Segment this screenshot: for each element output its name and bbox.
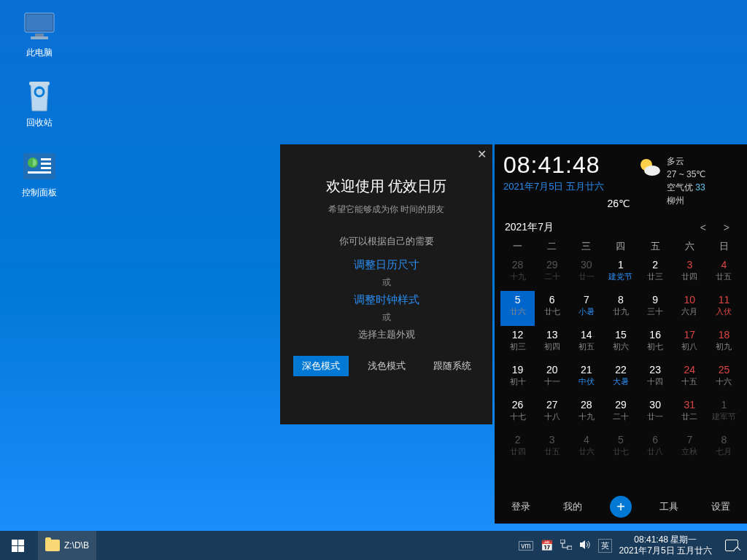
calendar-day[interactable]: 7立秋 xyxy=(673,431,707,466)
calendar-day[interactable]: 24十五 xyxy=(673,361,707,396)
weather-block[interactable]: 多云 27 ~ 35℃ 空气优 33 柳州 xyxy=(636,152,738,209)
or-text: 或 xyxy=(289,311,484,324)
calendar-day[interactable]: 7小暑 xyxy=(569,291,603,326)
network-icon[interactable] xyxy=(560,540,572,552)
volume-icon[interactable] xyxy=(579,540,591,552)
tray-clock[interactable]: 08:41:48 星期一 2021年7月5日 五月廿六 xyxy=(619,534,712,556)
calendar-day[interactable]: 28十九 xyxy=(500,256,535,291)
weekday: 六 xyxy=(673,240,707,253)
adjust-size-link[interactable]: 调整日历尺寸 xyxy=(289,258,484,272)
vm-icon[interactable]: vm xyxy=(519,541,533,551)
close-icon[interactable]: ✕ xyxy=(477,147,487,161)
weekday: 三 xyxy=(569,240,603,253)
calendar-day[interactable]: 5廿六 xyxy=(500,291,535,326)
weekday-header: 一二三四五六日 xyxy=(495,237,747,256)
calendar-day[interactable]: 30廿一 xyxy=(638,396,673,431)
adjust-clock-link[interactable]: 调整时钟样式 xyxy=(289,293,484,307)
calendar-day[interactable]: 25十六 xyxy=(707,361,741,396)
next-month-button[interactable]: > xyxy=(724,222,729,233)
calendar-day[interactable]: 21中伏 xyxy=(569,361,603,396)
svg-rect-14 xyxy=(568,546,572,550)
tab-tools[interactable]: 工具 xyxy=(654,496,684,518)
calendar-day[interactable]: 18初九 xyxy=(707,326,741,361)
control-panel-icon xyxy=(22,149,57,184)
calendar-day[interactable]: 10六月 xyxy=(673,291,707,326)
calendar-grid: 28十九29二十30廿一1建党节2廿三3廿四4廿五5廿六6廿七7小暑8廿九9三十… xyxy=(495,256,747,466)
calendar-panel: 08:41:48 2021年7月5日 五月廿六 26℃ 多云 27 ~ 35℃ … xyxy=(495,144,747,524)
desktop-icon-recycle-bin[interactable]: 回收站 xyxy=(12,79,67,129)
calendar-day[interactable]: 1建军节 xyxy=(707,396,741,431)
weather-condition: 多云 xyxy=(667,155,705,168)
weekday: 日 xyxy=(707,240,741,253)
calendar-day[interactable]: 30廿一 xyxy=(569,256,603,291)
calendar-day[interactable]: 16初七 xyxy=(638,326,673,361)
ime-indicator[interactable]: 英 xyxy=(598,539,612,553)
theme-buttons: 深色模式 浅色模式 跟随系统 xyxy=(289,356,484,376)
calendar-day[interactable]: 3廿四 xyxy=(673,256,707,291)
tab-mine[interactable]: 我的 xyxy=(557,496,588,518)
desktop-icon-label: 控制面板 xyxy=(22,187,57,198)
calendar-day[interactable]: 29二十 xyxy=(535,256,569,291)
explorer-path: Z:\D\B xyxy=(64,540,89,551)
calendar-day[interactable]: 4廿六 xyxy=(569,431,603,466)
theme-prompt: 选择主题外观 xyxy=(289,328,484,341)
calendar-day[interactable]: 5廿七 xyxy=(603,431,638,466)
calendar-day[interactable]: 3廿五 xyxy=(535,431,569,466)
svg-rect-2 xyxy=(35,34,44,36)
welcome-title: 欢迎使用 优效日历 xyxy=(289,176,484,196)
calendar-day[interactable]: 1建党节 xyxy=(603,256,638,291)
calendar-day[interactable]: 19初十 xyxy=(500,361,535,396)
theme-follow-button[interactable]: 跟随系统 xyxy=(425,356,480,376)
calendar-day[interactable]: 29二十 xyxy=(603,396,638,431)
calendar-day[interactable]: 27十八 xyxy=(535,396,569,431)
calendar-day[interactable]: 20十一 xyxy=(535,361,569,396)
calendar-day[interactable]: 31廿二 xyxy=(673,396,707,431)
calendar-day[interactable]: 2廿三 xyxy=(638,256,673,291)
calendar-day[interactable]: 8七月 xyxy=(707,431,741,466)
taskbar-explorer[interactable]: Z:\D\B xyxy=(38,531,96,560)
calendar-day[interactable]: 9三十 xyxy=(638,291,673,326)
calendar-tray-icon[interactable]: 📅 xyxy=(541,540,553,551)
weather-city: 柳州 xyxy=(667,194,705,207)
calendar-day[interactable]: 28十九 xyxy=(569,396,603,431)
calendar-day[interactable]: 6廿八 xyxy=(638,431,673,466)
weekday: 五 xyxy=(638,240,673,253)
welcome-subtitle: 希望它能够成为你 时间的朋友 xyxy=(289,203,484,216)
theme-dark-button[interactable]: 深色模式 xyxy=(293,356,349,376)
tab-login[interactable]: 登录 xyxy=(506,496,536,518)
desktop-icon-control-panel[interactable]: 控制面板 xyxy=(12,149,67,199)
calendar-day[interactable]: 2廿四 xyxy=(500,431,535,466)
desktop-icon-label: 此电脑 xyxy=(26,47,53,58)
desktop-icon-label: 回收站 xyxy=(26,117,53,128)
add-button[interactable]: + xyxy=(610,496,632,518)
system-tray: vm 📅 英 08:41:48 星期一 2021年7月5日 五月廿六 xyxy=(519,531,747,560)
current-temp: 26℃ xyxy=(503,198,636,209)
month-label[interactable]: 2021年7月 xyxy=(505,221,554,234)
action-center-icon[interactable] xyxy=(725,540,738,551)
tab-settings[interactable]: 设置 xyxy=(705,496,736,518)
calendar-day[interactable]: 14初五 xyxy=(569,326,603,361)
weather-aqi-label: 空气优 xyxy=(667,182,695,192)
or-text: 或 xyxy=(289,276,484,289)
calendar-day[interactable]: 17初八 xyxy=(673,326,707,361)
start-button[interactable] xyxy=(0,531,35,560)
clock-date: 2021年7月5日 五月廿六 xyxy=(503,180,636,193)
desktop-icon-this-pc[interactable]: 此电脑 xyxy=(12,9,67,59)
svg-rect-4 xyxy=(29,82,50,85)
calendar-day[interactable]: 26十七 xyxy=(500,396,535,431)
calendar-day[interactable]: 23十四 xyxy=(638,361,673,396)
folder-icon xyxy=(45,540,60,551)
calendar-day[interactable]: 4廿五 xyxy=(707,256,741,291)
calendar-day[interactable]: 11入伏 xyxy=(707,291,741,326)
svg-rect-10 xyxy=(28,171,51,174)
prev-month-button[interactable]: < xyxy=(700,222,706,233)
calendar-day[interactable]: 13初四 xyxy=(535,326,569,361)
calendar-day[interactable]: 15初六 xyxy=(603,326,638,361)
calendar-day[interactable]: 8廿九 xyxy=(603,291,638,326)
theme-light-button[interactable]: 浅色模式 xyxy=(359,356,414,376)
calendar-day[interactable]: 22大暑 xyxy=(603,361,638,396)
calendar-day[interactable]: 6廿七 xyxy=(535,291,569,326)
tray-clock-time: 08:41:48 星期一 xyxy=(619,534,712,545)
calendar-day[interactable]: 12初三 xyxy=(500,326,535,361)
bottom-tabs: 登录 我的 + 工具 设置 xyxy=(495,490,747,524)
